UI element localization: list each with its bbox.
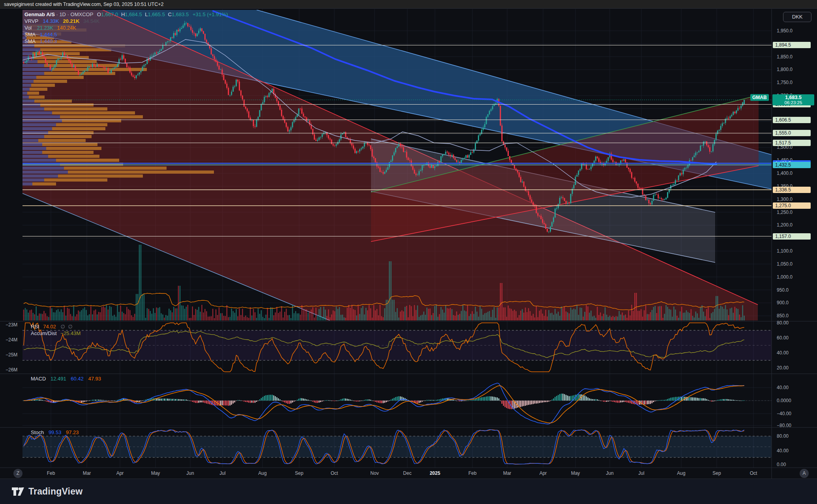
macd-signal-value: 47.93 <box>88 376 101 382</box>
last-price-badge: 1,683.5 06:23:25 <box>772 94 814 105</box>
time-axis-label[interactable]: Sep <box>712 470 721 476</box>
rsi-tick-label: 80.00 <box>777 320 789 326</box>
price-tick-label: 850.0 <box>777 313 789 319</box>
time-axis-label[interactable]: Jun <box>186 470 194 476</box>
accdist-tick-label: −26M <box>6 367 17 373</box>
symbol-title[interactable]: Genmab A/S <box>24 11 55 17</box>
price-tick-label: 1,050.0 <box>777 261 793 267</box>
watermark-text: savepiginvest created with TradingView.c… <box>4 2 164 7</box>
accdist-tick-label: −24M <box>6 337 17 343</box>
time-axis-label[interactable]: Feb <box>47 470 55 476</box>
vrvp-label: VRVP <box>24 18 38 24</box>
time-axis-label[interactable]: 2025 <box>430 470 440 476</box>
rsi-tick-label: 60.00 <box>777 335 789 341</box>
price-level-badge: 1,275.0 <box>773 202 811 209</box>
price-tick-label: 1,300.0 <box>777 197 793 202</box>
vrvp-legend[interactable]: VRVP 14.33K 20.21K 34.54K <box>24 18 228 24</box>
volume-value: 21.23K <box>37 25 53 31</box>
vrvp-value-3: 34.54K <box>83 18 99 24</box>
time-axis-label[interactable]: May <box>151 470 160 476</box>
close-value: 1,683.5 <box>172 11 189 17</box>
adjust-button[interactable]: A <box>800 469 809 478</box>
price-level-badge: 1,336.5 <box>773 187 811 193</box>
close-label: C <box>168 11 172 17</box>
time-axis-label[interactable]: Dec <box>403 470 411 476</box>
time-scale[interactable] <box>0 468 772 479</box>
time-axis-label[interactable]: Jul <box>219 470 225 476</box>
time-axis-label[interactable]: Feb <box>468 470 477 476</box>
open-label: O <box>97 11 101 17</box>
chart-canvas[interactable] <box>0 0 817 504</box>
tradingview-logo[interactable]: TradingView <box>11 485 82 498</box>
accdist-legend[interactable]: Accum/Dist −25.43M <box>31 330 81 337</box>
sma-slow-legend[interactable]: SMA 1,440.3 <box>24 38 228 45</box>
stoch-legend[interactable]: Stoch 99.53 97.23 <box>31 429 79 435</box>
accdist-tick-label: −25M <box>6 352 17 358</box>
time-axis-label[interactable]: May <box>571 470 580 476</box>
macd-tick-label: −80.00 <box>777 423 791 428</box>
low-label: L <box>145 11 148 17</box>
stoch-d-value: 97.23 <box>66 429 79 435</box>
macd-hist-value: 12.491 <box>51 376 66 382</box>
timezone-button[interactable]: Z <box>13 469 22 478</box>
price-tick-label: 950.0 <box>777 287 789 293</box>
time-axis-label[interactable]: Aug <box>258 470 266 476</box>
macd-legend[interactable]: MACD 12.491 60.42 47.93 <box>31 376 101 382</box>
time-axis-label[interactable]: Oct <box>331 470 338 476</box>
price-tick-label: 1,750.0 <box>777 80 793 85</box>
footer-bar: TradingView <box>0 479 817 504</box>
sma-slow-value: 1,440.3 <box>40 38 57 44</box>
macd-line-value: 60.42 <box>71 376 84 382</box>
time-axis-label[interactable]: Mar <box>83 470 91 476</box>
stoch-tick-label: 0.00 <box>777 462 786 467</box>
volume-label: Vol <box>24 25 32 31</box>
macd-tick-label: 40.00 <box>777 385 789 390</box>
time-axis-label[interactable]: Aug <box>677 470 685 476</box>
macd-tick-label: −40.00 <box>777 411 791 416</box>
sma-slow-label: SMA <box>24 38 35 44</box>
sma-fast-value: 1,444.5 <box>40 32 57 37</box>
open-value: 1,667.0 <box>101 11 118 17</box>
price-tick-label: 1,950.0 <box>777 28 793 34</box>
price-level-badge: 1,894.5 <box>773 42 811 48</box>
price-tick-label: 1,250.0 <box>777 210 793 215</box>
time-axis-label[interactable]: Jun <box>606 470 613 476</box>
change-value: +31.5 (+1.91%) <box>193 11 228 17</box>
price-tick-label: 1,400.0 <box>777 170 793 176</box>
stoch-k-value: 99.53 <box>49 429 62 435</box>
rsi-empty-2: ∅ <box>68 324 72 330</box>
sma-fast-label: SMA <box>24 32 35 37</box>
rsi-label: RSI <box>31 324 39 330</box>
time-axis-label[interactable]: Nov <box>370 470 379 476</box>
symbol-legend[interactable]: Genmab A/S · 1D · OMXCOP O1,667.0 H1,684… <box>24 11 228 45</box>
time-axis-label[interactable]: Oct <box>750 470 757 476</box>
time-axis-label[interactable]: Apr <box>116 470 124 476</box>
rsi-value: 74.02 <box>43 324 56 330</box>
time-axis-label[interactable]: Mar <box>503 470 512 476</box>
macd-tick-label: 0.0000 <box>777 398 791 403</box>
price-level-badge: 1,517.5 <box>773 140 811 146</box>
accdist-value: −25.43M <box>60 330 81 336</box>
countdown-timer: 06:23:25 <box>772 100 814 105</box>
vrvp-value-1: 14.33K <box>43 18 59 24</box>
volume-legend[interactable]: Vol 21.23K 140.24K <box>24 24 228 31</box>
watermark-bar: savepiginvest created with TradingView.c… <box>0 0 817 9</box>
currency-button[interactable]: DKK <box>783 12 811 22</box>
high-label: H <box>121 11 125 17</box>
time-axis-label[interactable]: Sep <box>295 470 303 476</box>
rsi-legend[interactable]: RSI 74.02 ∅ ∅ Accum/Dist −25.43M <box>31 323 81 337</box>
price-tick-label: 1,800.0 <box>777 67 793 72</box>
price-tick-label: 1,200.0 <box>777 222 793 228</box>
low-value: 1,665.5 <box>148 11 165 17</box>
accdist-tick-label: −23M <box>6 322 17 328</box>
sma-fast-legend[interactable]: SMA 1,444.5 <box>24 31 228 38</box>
time-axis-label[interactable]: Apr <box>540 470 547 476</box>
price-tick-label: 1,000.0 <box>777 274 793 280</box>
accdist-label: Accum/Dist <box>31 330 57 336</box>
time-axis-label[interactable]: Jul <box>638 470 644 476</box>
rsi-empty-1: ∅ <box>60 324 65 330</box>
price-tick-label: 1,850.0 <box>777 54 793 60</box>
rsi-tick-label: 40.00 <box>777 350 789 356</box>
vrvp-value-2: 20.21K <box>63 18 79 24</box>
chart-application: savepiginvest created with TradingView.c… <box>0 0 817 504</box>
